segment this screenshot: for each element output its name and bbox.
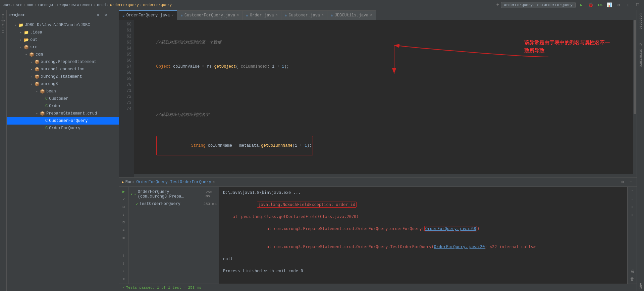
tree-label-xurong-ps: xurong.PrepareStatement [41, 60, 97, 64]
tab-customer[interactable]: ☕ Customer.java × [281, 10, 327, 20]
tree-item-out[interactable]: ▸ 📂 out [7, 36, 119, 44]
tab-close-0[interactable]: × [171, 14, 173, 17]
tab-order-for-query[interactable]: ☕ OrderForQuery.java × [119, 10, 177, 20]
tree-arrow: ▾ [19, 45, 23, 49]
tree-item-customer-for-query[interactable]: ▸ C CustomerForQuery [7, 117, 119, 125]
run-toolbar-buttons: ⚙ − [619, 179, 634, 186]
console-stack-0: at java.lang.Class.getDeclaredField(Clas… [223, 214, 623, 220]
tree-item-xurong2[interactable]: ▸ 📦 xurong2.statement [7, 73, 119, 80]
scroll-bottom[interactable]: ⇓ [629, 211, 636, 218]
scroll-top[interactable]: ⇑ [629, 204, 636, 210]
sync-button[interactable]: ⊕ [95, 12, 101, 18]
run-config-name[interactable]: OrderForQuery.TestOrderForQuery [501, 2, 576, 8]
rerun-button[interactable]: ▶ [120, 188, 127, 195]
settings-button[interactable]: ⚙ [615, 1, 623, 9]
print-button[interactable]: 🖨 [629, 268, 636, 275]
breadcrumb-jdbc[interactable]: JDBC [3, 3, 11, 7]
console-link-1[interactable]: OrderForQuery.java:68 [425, 226, 476, 231]
tab-close-1[interactable]: × [237, 13, 239, 17]
database-tab-vertical[interactable]: Database [638, 11, 643, 31]
delete-button[interactable]: 🗑 [629, 276, 636, 282]
profile-button[interactable]: 📊 [606, 1, 613, 9]
tests-passed-bar: ✓ Tests passed: 1 of 1 test – 253 ms [119, 284, 637, 291]
tree-item-src[interactable]: ▾ 📦 src [7, 44, 119, 51]
breadcrumb-com[interactable]: com [26, 3, 33, 7]
run-tab-label[interactable]: Run: [125, 180, 135, 185]
console-stack-1: at com.xurong3.PrepareStatement.crud.Ord… [223, 220, 623, 238]
minimize-run-button[interactable]: − [627, 179, 634, 186]
tree-item-xurong3[interactable]: ▾ 📦 xurong3 [7, 80, 119, 88]
test-item-root[interactable]: ▾ ✓ OrderForQuery (com.xurong3.Prepa… 25… [128, 188, 219, 200]
code-content[interactable]: //获取对应行的对应列的某一个数据 Object columnValue = r… [134, 20, 637, 177]
stop-button[interactable]: ⊘ [120, 204, 127, 210]
vertical-scrollbar[interactable] [633, 20, 637, 177]
tree-item-bean[interactable]: ▾ 📦 bean [7, 88, 119, 95]
export-button[interactable]: ⊕ [120, 276, 127, 282]
tree-item-order-for-query[interactable]: ▸ C OrderForQuery [7, 125, 119, 132]
sidebar-title: Project [9, 13, 25, 17]
run-button[interactable]: ▶ [578, 1, 585, 9]
settings-run-button[interactable]: ⚙ [619, 179, 626, 186]
line-num-69: 69 [119, 76, 134, 82]
tab-close-4[interactable]: × [370, 13, 372, 17]
tree-item-com[interactable]: ▾ 📦 com [7, 51, 119, 58]
breadcrumb-orderforquery[interactable]: OrderForQuery [110, 3, 139, 7]
scroll-up-button[interactable]: ⇑ [120, 268, 127, 275]
right-panel: ☕ OrderForQuery.java × ☕ CustomerForQuer… [119, 10, 637, 291]
java-file-icon: ☕ [122, 13, 125, 18]
tab-close-2[interactable]: × [276, 13, 278, 17]
tree-item-crud[interactable]: ▾ 📦 PrepareStatement.crud [7, 110, 119, 117]
layout-button[interactable]: ⊞ [625, 1, 632, 9]
line-num-65: 65 [119, 52, 134, 58]
stop-check-button[interactable]: ✓ [120, 196, 127, 203]
run-config-tab[interactable]: OrderForQuery.TestOrderForQuery [136, 180, 211, 185]
collapse-button[interactable]: − [110, 12, 116, 18]
tab-close-3[interactable]: × [322, 13, 324, 17]
collapse-all-button[interactable]: ⊟ [120, 234, 127, 241]
filter-button[interactable]: ⊟ [120, 219, 127, 226]
exception-box: java.lang.NoSuchFieldException: order_id [257, 202, 357, 208]
line-num-60: 60 [119, 21, 134, 27]
line-num-71: 71 [119, 88, 134, 94]
gear-icon[interactable]: ⚙ [103, 12, 109, 18]
scroll-up-2[interactable]: ↑ [629, 188, 636, 195]
scroll-down-2[interactable]: ↓ [629, 196, 636, 203]
tab-label-3: Customer.java [288, 13, 320, 18]
code-editor[interactable]: 60 61 62 63 64 65 66 67 68 69 70 71 72 7… [119, 20, 637, 177]
breadcrumb-xurong3[interactable]: xurong3 [38, 3, 53, 7]
tab-customer-for-query[interactable]: ☕ CustomerForQuery.java × [177, 10, 243, 20]
console-area[interactable]: D:\Java\java1.8\bin\java.exe ... java.la… [219, 187, 627, 284]
scrollbar-thumb[interactable] [634, 20, 636, 114]
console-finish: Process finished with exit code 0 [223, 268, 623, 274]
tree-arrow: ▾ [13, 23, 17, 27]
tab-order[interactable]: ☕ Order.java × [243, 10, 281, 20]
run-with-coverage-button[interactable]: ▶% [596, 1, 604, 9]
tab-jdbcutils[interactable]: ☕ JDBCUtils.java × [327, 10, 376, 20]
maximize-button[interactable]: □ [634, 1, 641, 9]
package-icon: 📦 [35, 67, 40, 72]
tree-item-xurong1[interactable]: ▸ 📦 xurong1.connection [7, 66, 119, 73]
breadcrumb-crud[interactable]: crud [97, 3, 106, 7]
structure-tab-vertical[interactable]: Z: Structure [638, 41, 643, 69]
next-button[interactable]: ↓ [120, 260, 127, 267]
tree-item-order-class[interactable]: ▸ C Order [7, 102, 119, 110]
tree-item-customer-class[interactable]: ▸ C Customer [7, 95, 119, 102]
debug-button[interactable]: 🐞 [587, 1, 594, 9]
run-tab-close[interactable]: × [213, 180, 215, 184]
test-item-child[interactable]: ✓ TestOrderForQuery 253 ms [128, 200, 219, 208]
horizontal-scrollbar[interactable] [134, 174, 637, 177]
ant-tab-vertical[interactable]: Ant [638, 281, 643, 291]
tree-item-jdbc[interactable]: ▾ 📁 JDBC D:\Java\JDBC\note\JDBC [7, 21, 119, 29]
breadcrumb-method[interactable]: orderForQuery [143, 3, 172, 7]
breadcrumb-src[interactable]: src [16, 3, 22, 7]
line-num-66: 66 [119, 58, 134, 64]
tree-item-xurong-ps[interactable]: ▸ 📦 xurong.PrepareStatement [7, 58, 119, 66]
prev-button[interactable]: ↑ [120, 252, 127, 259]
expand-button[interactable]: ≡ [120, 227, 127, 233]
console-link-2[interactable]: OrderForQuery.java:20 [434, 244, 485, 249]
tree-arrow: ▸ [19, 38, 23, 42]
sort-button[interactable]: ↕ [120, 211, 127, 218]
project-tab-vertical[interactable]: 1: Project [1, 11, 6, 35]
tree-item-idea[interactable]: ▸ 📁 .idea [7, 29, 119, 36]
breadcrumb-preparestatement[interactable]: PrepareStatement [57, 3, 93, 7]
